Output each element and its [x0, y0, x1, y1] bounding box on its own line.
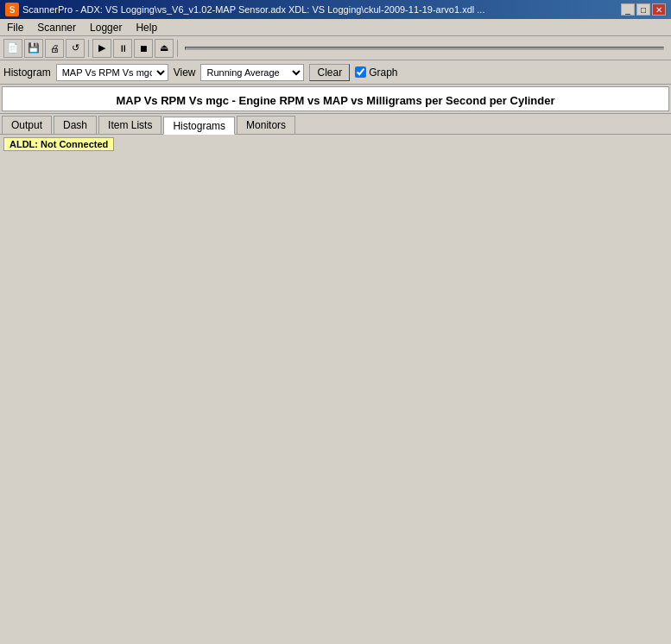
status-badge: ALDL: Not Connected	[3, 137, 114, 151]
graph-label: Graph	[369, 66, 397, 79]
separator-1	[88, 40, 89, 57]
tab-bar: Output Dash Item Lists Histograms Monito…	[0, 113, 671, 134]
title-bar: S ScannerPro - ADX: VS Logging\vs_V6_v1.…	[0, 0, 671, 19]
chart-title: MAP Vs RPM Vs mgc - Engine RPM vs MAP vs…	[3, 87, 668, 110]
pause-button[interactable]: ⏸	[113, 39, 132, 58]
tab-monitors[interactable]: Monitors	[237, 116, 295, 134]
menu-scanner[interactable]: Scanner	[34, 21, 79, 35]
tab-dash[interactable]: Dash	[54, 116, 97, 134]
eject-button[interactable]: ⏏	[155, 39, 174, 58]
play-button[interactable]: ▶	[92, 39, 111, 58]
new-button[interactable]: 📄	[3, 39, 22, 58]
menu-file[interactable]: File	[3, 21, 27, 35]
graph-checkbox-wrap: Graph	[355, 66, 397, 79]
print-button[interactable]: 🖨	[45, 39, 64, 58]
control-bar: Histogram MAP Vs RPM Vs mgc View Running…	[0, 60, 671, 85]
stop-button[interactable]: ⏹	[134, 39, 153, 58]
view-label: View	[174, 66, 196, 79]
view-select[interactable]: Running Average	[200, 64, 304, 81]
histogram-select[interactable]: MAP Vs RPM Vs mgc	[56, 64, 168, 81]
save-button[interactable]: 💾	[24, 39, 43, 58]
graph-checkbox[interactable]	[355, 66, 366, 78]
maximize-button[interactable]: □	[636, 3, 650, 16]
toolbar: 📄 💾 🖨 ↺ ▶ ⏸ ⏹ ⏏	[0, 36, 671, 60]
menu-help[interactable]: Help	[132, 21, 161, 35]
histogram-label: Histogram	[3, 66, 51, 79]
separator-2	[177, 40, 178, 57]
refresh-button[interactable]: ↺	[66, 39, 85, 58]
clear-button[interactable]: Clear	[309, 64, 350, 81]
menu-logger[interactable]: Logger	[86, 21, 125, 35]
chart-area: MAP Vs RPM Vs mgc - Engine RPM vs MAP vs…	[2, 86, 669, 111]
window-title: ScannerPro - ADX: VS Logging\vs_V6_v1.02…	[22, 4, 484, 15]
menu-bar: File Scanner Logger Help	[0, 19, 671, 36]
minimize-button[interactable]: _	[621, 3, 635, 16]
tab-item-lists[interactable]: Item Lists	[98, 116, 161, 134]
app-icon: S	[5, 3, 19, 16]
progress-slider[interactable]	[185, 47, 664, 50]
status-bar: ALDL: Not Connected	[0, 134, 671, 153]
tab-histograms[interactable]: Histograms	[163, 117, 235, 135]
close-button[interactable]: ✕	[652, 3, 666, 16]
tab-output[interactable]: Output	[2, 116, 52, 134]
